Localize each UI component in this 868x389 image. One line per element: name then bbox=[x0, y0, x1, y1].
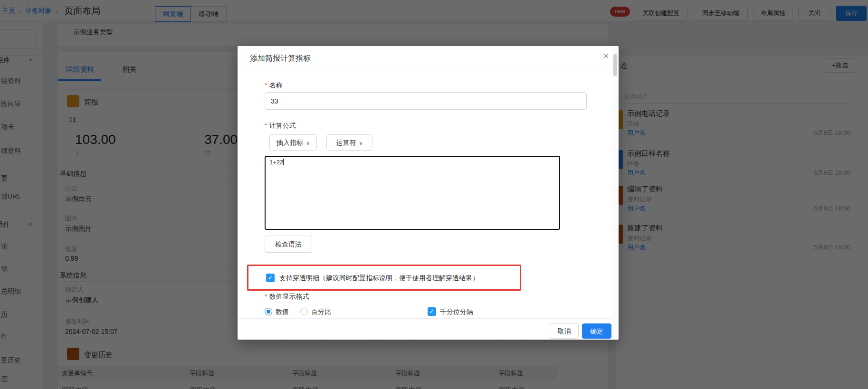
modal-scrollbar-thumb[interactable] bbox=[613, 54, 617, 76]
name-input[interactable] bbox=[265, 92, 587, 110]
radio-number-format[interactable] bbox=[265, 308, 272, 315]
checkmark-icon: ✓ bbox=[429, 308, 435, 315]
formula-field-label: *计算公式 bbox=[265, 122, 296, 130]
page-layout-editor: 主页 › 业务对象 › 页面布局 网页端 移动端 new 关联创建配置 同步至移… bbox=[0, 0, 868, 389]
name-field-label: *名称 bbox=[265, 81, 282, 90]
thousand-separator-label: 千分位分隔 bbox=[440, 308, 473, 316]
modal-scrollbar-track[interactable] bbox=[612, 47, 619, 339]
check-syntax-button[interactable]: 检查语法 bbox=[265, 236, 312, 253]
thousand-separator-checkbox[interactable]: ✓ bbox=[428, 307, 436, 316]
dialog-title: 添加简报计算指标 bbox=[250, 54, 311, 64]
insert-metric-dropdown[interactable]: 插入指标∨ bbox=[269, 134, 317, 151]
required-icon: * bbox=[265, 293, 267, 300]
chevron-down-icon: ∨ bbox=[359, 140, 362, 146]
add-brief-metric-dialog: 添加简报计算指标 × *名称 *计算公式 插入指标∨ 运算符∨ 1+22 检查语… bbox=[238, 46, 619, 340]
chevron-down-icon: ∨ bbox=[306, 140, 310, 146]
radio-number-label: 数值 bbox=[276, 308, 289, 316]
close-icon[interactable]: × bbox=[603, 51, 609, 61]
dialog-header: 添加简报计算指标 × bbox=[238, 46, 619, 72]
drill-through-checkbox[interactable]: ✓ bbox=[266, 274, 275, 282]
dialog-footer: 取消 确定 bbox=[238, 318, 619, 340]
annotation-highlight-box: ✓ 支持穿透明细（建议同时配置指标说明，便于使用者理解穿透结果） bbox=[247, 265, 521, 291]
operator-dropdown[interactable]: 运算符∨ bbox=[326, 134, 372, 151]
confirm-button[interactable]: 确定 bbox=[582, 323, 611, 339]
text-cursor bbox=[283, 159, 284, 165]
required-icon: * bbox=[265, 81, 267, 89]
radio-percent-format[interactable] bbox=[300, 308, 308, 315]
radio-percent-label: 百分比 bbox=[311, 308, 331, 316]
cancel-button[interactable]: 取消 bbox=[550, 323, 579, 339]
checkmark-icon: ✓ bbox=[268, 274, 273, 281]
formula-textarea[interactable]: 1+22 bbox=[265, 156, 560, 230]
drill-through-label: 支持穿透明细（建议同时配置指标说明，便于使用者理解穿透结果） bbox=[279, 274, 479, 283]
required-icon: * bbox=[265, 122, 267, 129]
format-field-label: *数值显示格式 bbox=[265, 293, 309, 301]
